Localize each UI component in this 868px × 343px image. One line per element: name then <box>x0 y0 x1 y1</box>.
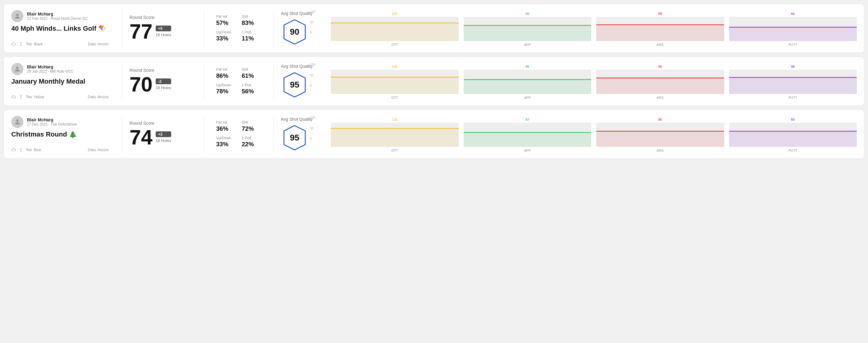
tee-icon <box>19 148 23 152</box>
tee-icon <box>19 42 23 46</box>
card-footer: Tee: Black Data: Arccos <box>11 42 108 46</box>
chart-column-app: 95 APP <box>464 12 592 46</box>
score-holes: 18 Holes <box>156 86 171 90</box>
oneputt-label: 1 Putt <box>242 83 261 87</box>
score-section: Round Score 70 -2 18 Holes <box>129 63 196 99</box>
chart-column-arg: 95 ARG <box>596 118 724 152</box>
score-meta: -2 18 Holes <box>156 79 171 90</box>
bar-chart: 100 50 0 110 OTT 87 <box>320 116 857 152</box>
svg-point-0 <box>16 14 19 16</box>
quality-section: Avg Shot Quality 95 100 50 0 <box>281 63 857 99</box>
card-footer: Tee: Blue Data: Arccos <box>11 148 108 152</box>
updown-value: 33% <box>216 35 236 42</box>
card-footer: Tee: Yellow Data: Arccos <box>11 95 108 99</box>
fw-hit-value: 57% <box>216 20 236 27</box>
quality-label: Avg Shot Quality <box>281 117 313 122</box>
user-info: Blair McHarg 29 Jan 2022 · Mill Ride GCC <box>27 64 73 73</box>
stat-fw-hit: FW Hit 36% <box>216 120 236 132</box>
quality-score: 95 <box>290 80 299 90</box>
bar-chart: 100 50 0 107 OTT 95 <box>320 10 857 46</box>
gir-label: GIR <box>242 14 261 19</box>
score-section: Round Score 74 +2 18 Holes <box>129 116 196 152</box>
footer-left: Tee: Blue <box>11 148 41 152</box>
right-divider <box>273 63 274 99</box>
updown-label: Up/Down <box>216 30 236 34</box>
hexagon: 95 <box>281 124 308 151</box>
left-divider <box>122 10 122 46</box>
weather-icon <box>11 42 16 46</box>
score-label: Round Score <box>129 121 196 126</box>
score-badge: -2 <box>156 79 171 84</box>
stat-oneputt: 1 Putt 56% <box>242 83 261 95</box>
quality-score: 90 <box>290 27 299 37</box>
chart-bars: 107 OTT 95 APP 98 <box>331 10 857 46</box>
hexagon: 90 <box>281 18 308 45</box>
score-label: Round Score <box>129 15 196 20</box>
chart-column-ott: 101 OTT <box>331 65 459 99</box>
user-date: 29 Jan 2022 · Mill Ride GCC <box>27 69 73 73</box>
score-section: Round Score 77 +5 18 Holes <box>129 10 196 46</box>
score-badge: +2 <box>156 131 171 137</box>
stat-updown: Up/Down 33% <box>216 30 236 42</box>
hexagon-container: 90 <box>281 18 308 45</box>
left-divider <box>122 116 122 152</box>
score-main: 74 +2 18 Holes <box>129 127 196 148</box>
oneputt-value: 56% <box>242 88 261 95</box>
oneputt-label: 1 Putt <box>242 30 261 34</box>
score-holes: 18 Holes <box>156 33 171 37</box>
tee-label: Tee: Black <box>26 42 42 46</box>
user-info: Blair McHarg 27 Dec 2021 · The Oxfordshi… <box>27 117 77 126</box>
card-left: Blair McHarg 12 Feb 2022 · Royal North D… <box>11 10 115 46</box>
chart-column-app: 87 APP <box>464 118 592 152</box>
score-main: 77 +5 18 Holes <box>129 21 196 42</box>
y-axis: 100 50 0 <box>310 10 315 34</box>
stats-grid: FW Hit 36% GIR 72% Up/Down 33% 1 Putt 22… <box>216 120 261 148</box>
card-left: Blair McHarg 27 Dec 2021 · The Oxfordshi… <box>11 116 115 152</box>
quality-section: Avg Shot Quality 95 100 50 0 <box>281 116 857 152</box>
stat-gir: GIR 72% <box>242 120 261 132</box>
stat-updown: Up/Down 78% <box>216 83 236 95</box>
left-divider <box>122 63 122 99</box>
oneputt-value: 11% <box>242 35 261 42</box>
quality-left: Avg Shot Quality 90 <box>281 11 313 45</box>
user-date: 27 Dec 2021 · The Oxfordshire <box>27 122 77 126</box>
oneputt-value: 22% <box>242 141 261 148</box>
weather-icon <box>11 95 16 99</box>
stats-grid: FW Hit 57% GIR 83% Up/Down 33% 1 Putt 11… <box>216 14 261 42</box>
user-header: Blair McHarg 12 Feb 2022 · Royal North D… <box>11 10 108 22</box>
stat-oneputt: 1 Putt 22% <box>242 136 261 148</box>
round-card: Blair McHarg 27 Dec 2021 · The Oxfordshi… <box>4 110 864 159</box>
chart-column-putt: 82 PUTT <box>729 12 857 46</box>
tee-icon <box>19 95 23 99</box>
user-header: Blair McHarg 27 Dec 2021 · The Oxfordshi… <box>11 116 108 128</box>
user-info: Blair McHarg 12 Feb 2022 · Royal North D… <box>27 11 88 21</box>
svg-point-10 <box>16 120 19 122</box>
stat-fw-hit: FW Hit 57% <box>216 14 236 27</box>
score-number: 70 <box>129 74 153 95</box>
avatar <box>11 116 23 128</box>
oneputt-label: 1 Putt <box>242 136 261 140</box>
score-holes: 18 Holes <box>156 138 171 143</box>
svg-point-11 <box>21 148 22 149</box>
round-title: January Monthly Medal <box>11 77 108 86</box>
round-title: 40 Mph Winds... Links Golf 🪁 <box>11 25 108 33</box>
data-source: Data: Arccos <box>88 42 108 46</box>
updown-value: 78% <box>216 88 236 95</box>
data-source: Data: Arccos <box>88 148 108 152</box>
chart-column-putt: 93 PUTT <box>729 118 857 152</box>
y-axis: 100 50 0 <box>310 63 315 87</box>
quality-left: Avg Shot Quality 95 <box>281 117 313 151</box>
stats-section: FW Hit 36% GIR 72% Up/Down 33% 1 Putt 22… <box>211 116 266 152</box>
updown-label: Up/Down <box>216 136 236 140</box>
gir-value: 72% <box>242 125 261 132</box>
score-meta: +5 18 Holes <box>156 26 171 37</box>
updown-value: 33% <box>216 141 236 148</box>
fw-hit-label: FW Hit <box>216 14 236 19</box>
quality-score: 95 <box>290 133 299 143</box>
score-number: 77 <box>129 21 153 42</box>
user-name: Blair McHarg <box>27 64 73 69</box>
chart-column-arg: 98 ARG <box>596 12 724 46</box>
stats-grid: FW Hit 86% GIR 61% Up/Down 78% 1 Putt 56… <box>216 67 261 95</box>
fw-hit-value: 36% <box>216 125 236 132</box>
fw-hit-label: FW Hit <box>216 120 236 125</box>
